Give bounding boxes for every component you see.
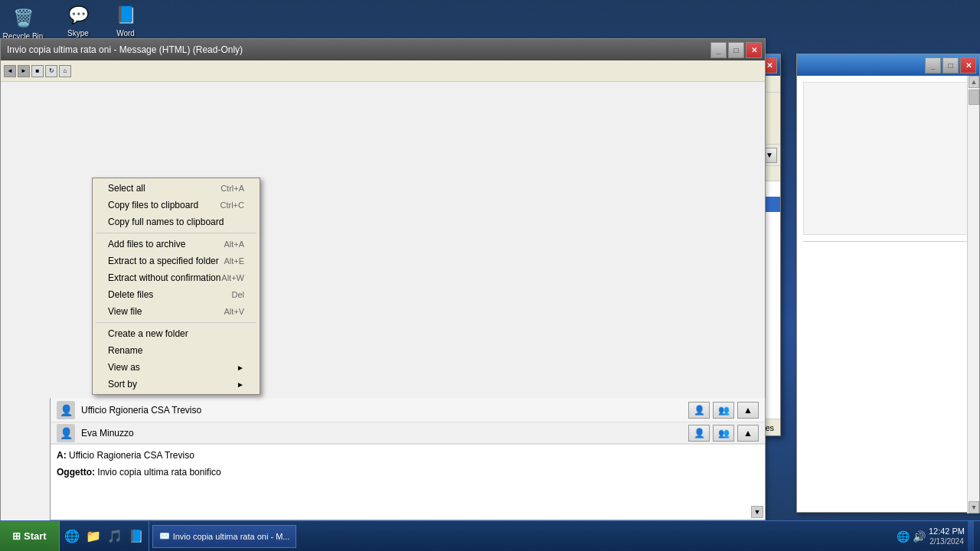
context-menu: Select all Ctrl+A Copy files to clipboar… bbox=[92, 178, 260, 395]
quicklaunch-explorer[interactable]: 📁 bbox=[84, 527, 103, 546]
email-scroll-down[interactable]: ▼ bbox=[751, 506, 763, 518]
skype-label: Skype bbox=[67, 29, 89, 38]
email-minimize-button[interactable]: _ bbox=[710, 42, 727, 58]
email-titlebar: Invio copia ultima rata oni - Message (H… bbox=[1, 39, 765, 60]
recipient-avatar: 👤 bbox=[57, 424, 75, 442]
recipient-contact-buttons: 👤 👥 ▲ bbox=[688, 425, 759, 442]
taskbar-tray: 🌐 🔊 12:42 PM 2/13/2024 bbox=[890, 521, 980, 551]
recycle-bin-icon: 🗑️ bbox=[11, 6, 35, 31]
ctx-view-as-label: View as bbox=[108, 362, 140, 373]
ctx-select-all-shortcut: Ctrl+A bbox=[220, 184, 244, 193]
tray-time-text: 12:42 PM bbox=[929, 526, 965, 536]
start-icon: ⊞ bbox=[12, 530, 21, 542]
recipient-btn-2[interactable]: 👥 bbox=[713, 425, 734, 442]
ctx-delete-files-label: Delete files bbox=[108, 289, 153, 300]
recipient-btn-1[interactable]: 👤 bbox=[688, 425, 710, 442]
quicklaunch-word[interactable]: 📘 bbox=[127, 527, 145, 546]
taskbar: ⊞ Start 🌐 📁 🎵 📘 ✉️ Invio copia ultima ra… bbox=[0, 520, 980, 551]
tray-network-icon[interactable]: 🌐 bbox=[897, 530, 910, 543]
right-panel-close[interactable]: ✕ bbox=[960, 57, 976, 73]
taskbar-items: ✉️ Invio copia ultima rata oni - M... bbox=[149, 521, 890, 551]
ctx-copy-names[interactable]: Copy full names to clipboard bbox=[93, 214, 260, 230]
taskbar-item-email-icon: ✉️ bbox=[159, 531, 170, 541]
ctx-sep-1 bbox=[96, 233, 256, 233]
subject-label: Oggetto: bbox=[57, 467, 95, 478]
ctx-extract-specified-shortcut: Alt+E bbox=[224, 256, 244, 266]
word-icon: 📘 bbox=[113, 3, 138, 28]
contact-bar-recipient: 👤 Eva Minuzzo 👤 👥 ▲ bbox=[51, 422, 765, 444]
email-close-button[interactable]: ✕ bbox=[746, 42, 762, 58]
right-panel-titlebar: _ □ ✕ bbox=[797, 54, 979, 76]
start-label: Start bbox=[24, 530, 47, 542]
ctx-create-folder-label: Create a new folder bbox=[108, 328, 188, 339]
ctx-rename-label: Rename bbox=[108, 345, 142, 356]
ctx-delete-files[interactable]: Delete files Del bbox=[93, 286, 260, 303]
email-from-line: A: Ufficio Ragioneria CSA Treviso bbox=[57, 448, 759, 465]
word-label: Word bbox=[116, 29, 135, 38]
ctx-copy-clipboard-shortcut: Ctrl+C bbox=[220, 201, 244, 210]
email-window-title: Invio copia ultima rata oni - Message (H… bbox=[7, 44, 243, 55]
ctx-sort-by[interactable]: Sort by ► bbox=[93, 376, 260, 393]
email-stop-btn: ■ bbox=[31, 65, 44, 77]
email-subject-line: Oggetto: Invio copia ultima rata bonific… bbox=[57, 465, 759, 481]
ctx-copy-clipboard[interactable]: Copy files to clipboard Ctrl+C bbox=[93, 197, 260, 214]
ctx-extract-specified[interactable]: Extract to a specified folder Alt+E bbox=[93, 253, 260, 269]
desktop: 🗑️ Recycle Bin 📕 Acrobat Reader 🧹 CClean… bbox=[0, 0, 980, 551]
tray-volume-icon[interactable]: 🔊 bbox=[913, 530, 926, 543]
ctx-add-files[interactable]: Add files to archive Alt+A bbox=[93, 236, 260, 253]
email-refresh-btn[interactable]: ↻ bbox=[45, 65, 57, 77]
taskbar-item-email-label: Invio copia ultima rata oni - M... bbox=[173, 532, 290, 541]
tray-date: 2/13/2024 bbox=[929, 536, 965, 546]
contact-buttons: 👤 👥 ▲ bbox=[688, 402, 759, 419]
quicklaunch-media[interactable]: 🎵 bbox=[106, 527, 124, 546]
sender-name: Ufficio Rgioneria CSA Treviso bbox=[81, 405, 201, 416]
ctx-sort-by-label: Sort by bbox=[108, 379, 137, 390]
desktop-icon-recycle-bin[interactable]: 🗑️ Recycle Bin bbox=[2, 6, 44, 41]
right-panel-minimize[interactable]: _ bbox=[925, 57, 941, 73]
email-scroll-area: ▼ bbox=[750, 397, 765, 520]
ctx-extract-no-confirm-label: Extract without confirmation bbox=[108, 272, 220, 283]
ctx-add-files-label: Add files to archive bbox=[108, 239, 185, 249]
ctx-view-file[interactable]: View file Alt+V bbox=[93, 303, 260, 320]
taskbar-item-email[interactable]: ✉️ Invio copia ultima rata oni - M... bbox=[152, 525, 297, 548]
subject-value: Invio copia ultima rata bonifico bbox=[97, 467, 220, 478]
contact-btn-2[interactable]: 👥 bbox=[713, 402, 734, 419]
ctx-add-files-shortcut: Alt+A bbox=[224, 240, 244, 249]
right-panel-maximize[interactable]: □ bbox=[942, 57, 959, 73]
tray-clock[interactable]: 12:42 PM 2/13/2024 bbox=[929, 526, 965, 546]
right-panel: _ □ ✕ ▲ ▼ bbox=[796, 54, 980, 513]
contact-bar-sender: 👤 Ufficio Rgioneria CSA Treviso 👤 👥 ▲ bbox=[51, 398, 765, 422]
contact-btn-1[interactable]: 👤 bbox=[688, 402, 710, 419]
skype-icon: 💬 bbox=[66, 3, 90, 28]
email-meta: A: Ufficio Ragioneria CSA Treviso Oggett… bbox=[51, 445, 765, 484]
ctx-sort-by-arrow: ► bbox=[237, 380, 244, 389]
ctx-sep-2 bbox=[96, 322, 256, 323]
desktop-icon-skype[interactable]: 💬 Skype bbox=[57, 3, 99, 38]
ctx-view-as-arrow: ► bbox=[237, 364, 244, 372]
from-value: Ufficio Ragioneria CSA Treviso bbox=[69, 450, 194, 461]
ctx-select-all-label: Select all bbox=[108, 183, 145, 194]
ctx-extract-no-confirm-shortcut: Alt+W bbox=[221, 273, 244, 282]
ctx-delete-files-shortcut: Del bbox=[231, 290, 244, 299]
ctx-view-as[interactable]: View as ► bbox=[93, 359, 260, 376]
from-label: A: bbox=[57, 450, 67, 461]
bottom-email-area: 👤 Ufficio Rgioneria CSA Treviso 👤 👥 ▲ 👤 … bbox=[50, 398, 766, 520]
email-back-btn[interactable]: ◄ bbox=[4, 65, 16, 77]
ctx-extract-no-confirm[interactable]: Extract without confirmation Alt+W bbox=[93, 269, 260, 286]
ctx-copy-clipboard-label: Copy files to clipboard bbox=[108, 200, 198, 210]
show-desktop-button[interactable] bbox=[968, 521, 974, 552]
email-fwd-btn[interactable]: ► bbox=[18, 65, 30, 77]
ctx-extract-specified-label: Extract to a specified folder bbox=[108, 256, 219, 266]
start-button[interactable]: ⊞ Start bbox=[0, 521, 60, 552]
sender-avatar: 👤 bbox=[57, 401, 75, 419]
ctx-select-all[interactable]: Select all Ctrl+A bbox=[93, 180, 260, 197]
ctx-rename[interactable]: Rename bbox=[93, 342, 260, 359]
email-home-btn[interactable]: ⌂ bbox=[59, 65, 71, 77]
desktop-icon-word[interactable]: 📘 Word bbox=[105, 3, 146, 38]
ctx-copy-names-label: Copy full names to clipboard bbox=[108, 217, 224, 227]
email-maximize-button[interactable]: □ bbox=[728, 42, 744, 58]
quicklaunch-ie[interactable]: 🌐 bbox=[63, 527, 81, 546]
ctx-view-file-label: View file bbox=[108, 306, 142, 317]
recipient-name: Eva Minuzzo bbox=[81, 428, 134, 439]
ctx-create-folder[interactable]: Create a new folder bbox=[93, 325, 260, 342]
